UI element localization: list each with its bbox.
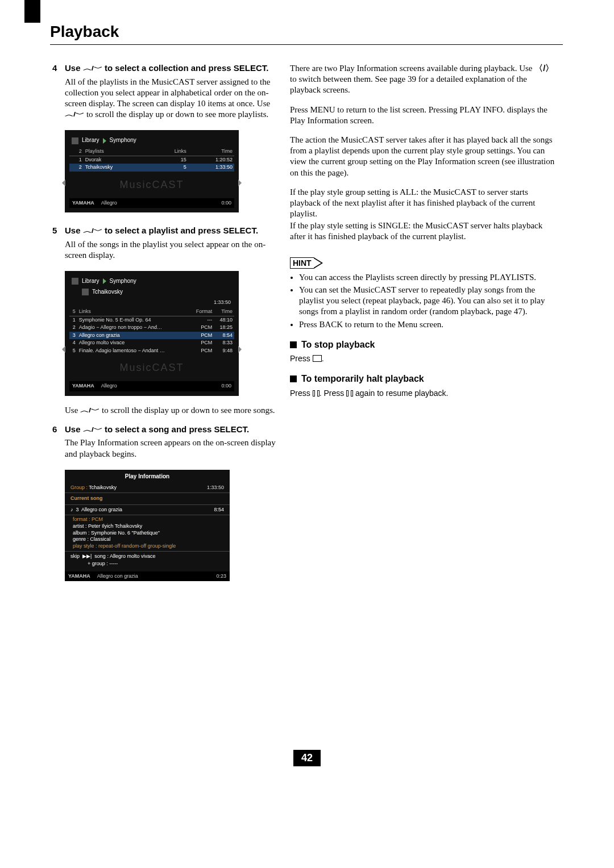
pause-playback-heading: To temporarily halt playback	[290, 373, 557, 385]
skip-group-row: + group : -----	[65, 560, 230, 568]
step-num: 4	[52, 62, 65, 74]
right-scroll-icon	[238, 180, 242, 186]
cell: Tchaikovsky	[84, 164, 154, 172]
text: to scroll the display up or down to see …	[99, 406, 275, 415]
cell: PCM	[189, 339, 214, 347]
track-name: Allegro con grazia	[81, 507, 122, 512]
paragraph: The action the MusicCAST server takes af…	[290, 135, 557, 178]
scroll-hint: Use ︿/﹀ to scroll the display up or down…	[65, 405, 280, 416]
skip-group: group : -----	[92, 561, 118, 566]
text: .	[322, 354, 324, 363]
cell: PCM	[189, 324, 214, 332]
text: to select a song and press SELECT.	[102, 424, 249, 434]
col-name: Links	[77, 308, 189, 316]
text: Use	[65, 63, 83, 73]
crumb: Symphony	[110, 278, 136, 285]
current-song-label: Current song	[65, 494, 230, 503]
chevron-right-icon	[103, 138, 106, 144]
pi-group-row: Group : Tchaikovsky 1:33:50	[65, 484, 230, 492]
page-title: Playback	[50, 23, 119, 41]
status-track: Allegro con grazia	[97, 573, 138, 580]
status-bar: YAMAHA Allegro 0:00	[69, 198, 234, 208]
screenshot-play-information: Play Information Group : Tchaikovsky 1:3…	[65, 470, 230, 581]
crumb: Tchaikovsky	[92, 289, 123, 296]
step-6: 6 Use ︿/﹀ to select a song and press SEL…	[52, 424, 280, 460]
album: album : Symphonie No. 6 "Pathetique"	[73, 530, 222, 537]
cell: PCM	[189, 347, 214, 355]
text: All of the playlists in the MusicCAST se…	[65, 77, 270, 108]
total-time: 1:33:50	[207, 485, 224, 491]
paragraph: Press MENU to return to the list screen.…	[290, 105, 557, 126]
hint-list: You can access the Playlists screen dire…	[290, 272, 557, 330]
status-bar: YAMAHA Allegro 0:00	[69, 381, 234, 391]
step-title: Use ︿/﹀ to select a song and press SELEC…	[65, 424, 280, 435]
crumb: Library	[82, 137, 99, 144]
text: There are two Play Information screens a…	[290, 64, 534, 73]
total-time: 1:33:50	[69, 299, 234, 308]
left-scroll-icon	[62, 346, 65, 353]
table-row: 4 Allegro molto vivace PCM 8:33	[69, 339, 234, 347]
brand: YAMAHA	[72, 383, 94, 390]
cell: 1	[69, 156, 84, 164]
cell: Dvorak	[84, 156, 154, 164]
table-row-selected: 2 Tchaikovsky 5 1:33:50	[69, 164, 234, 172]
step-num: 6	[52, 424, 65, 435]
artist: artist : Peter Ilyich Tchaikovsky	[73, 523, 222, 530]
title-rule	[50, 44, 563, 45]
cell: 9:48	[214, 347, 234, 355]
col-count: 5	[69, 308, 77, 316]
cell: 2	[69, 324, 77, 332]
left-scroll-icon	[62, 180, 65, 186]
right-scroll-icon	[238, 346, 242, 353]
side-tab	[24, 0, 40, 23]
list-icon	[82, 289, 89, 295]
table-row: 1 Symphonie No. 5 E-moll Op. 64 --- 48:1…	[69, 316, 234, 324]
stop-icon	[313, 355, 322, 362]
step-title: Use ︿/﹀ to select a playlist and press S…	[65, 225, 280, 236]
cell: Finale. Adagio lamentoso − Andant …	[77, 347, 189, 355]
cell: 8:54	[214, 332, 234, 340]
table-row: 5 Finale. Adagio lamentoso − Andant … PC…	[69, 347, 234, 355]
cell: 1	[69, 316, 77, 324]
format: format : PCM	[73, 516, 222, 523]
cell: 18:25	[214, 324, 234, 332]
text: to scroll the display up or down to see …	[84, 110, 268, 119]
hint-block: HINT You can access the Playlists screen…	[290, 257, 557, 330]
crumb: Symphony	[110, 137, 136, 144]
text: to select a collection and press SELECT.	[102, 63, 269, 73]
label: Group :	[70, 485, 88, 490]
brand: YAMAHA	[68, 573, 90, 580]
cell: 1:20:52	[188, 156, 234, 164]
heading-text: To temporarily halt playback	[301, 374, 424, 383]
status-time: 0:00	[221, 200, 231, 207]
skip-row: skip ▶▶| song : Allegro molto vivace	[65, 553, 230, 561]
hint-label: HINT	[290, 257, 323, 269]
crumb: Library	[82, 278, 99, 285]
list-item: You can set the MusicCAST server to repe…	[299, 285, 557, 318]
step-4: 4 Use ︿/﹀ to select a collection and pre…	[52, 62, 280, 120]
cell: Symphonie No. 5 E-moll Op. 64	[77, 316, 189, 324]
cell: Allegro molto vivace	[77, 339, 189, 347]
cell: 15	[154, 156, 188, 164]
skip-song: song : Allegro molto vivace	[94, 553, 155, 559]
step-body: The Play Information screen appears on t…	[65, 437, 280, 459]
song-table: 5 Links Format Time 1 Symphonie No. 5 E-…	[69, 308, 234, 354]
col-time: Time	[188, 148, 234, 156]
step-body: All of the playlists in the MusicCAST se…	[65, 77, 280, 120]
text: . Press	[320, 389, 346, 398]
step-body: All of the songs in the playlist you sel…	[65, 239, 280, 261]
arrow-icon	[314, 257, 323, 269]
square-bullet-icon	[290, 375, 297, 382]
left-right-icon: 〈/〉	[534, 63, 554, 73]
library-icon	[72, 278, 78, 285]
watermark: MusicCAST	[69, 354, 234, 377]
table-row: 1 Dvorak 15 1:20:52	[69, 156, 234, 164]
play-style: play style : repeat-off random-off group…	[73, 543, 222, 550]
cell: Adagio − Allegro non troppo − And…	[77, 324, 189, 332]
genre: genre : Classical	[73, 536, 222, 543]
status-track: Allegro	[101, 200, 117, 207]
chevron-right-icon	[103, 278, 106, 284]
text: Press	[290, 354, 313, 363]
col-count: 2	[69, 148, 84, 156]
cell: Allegro con grazia	[77, 332, 189, 340]
